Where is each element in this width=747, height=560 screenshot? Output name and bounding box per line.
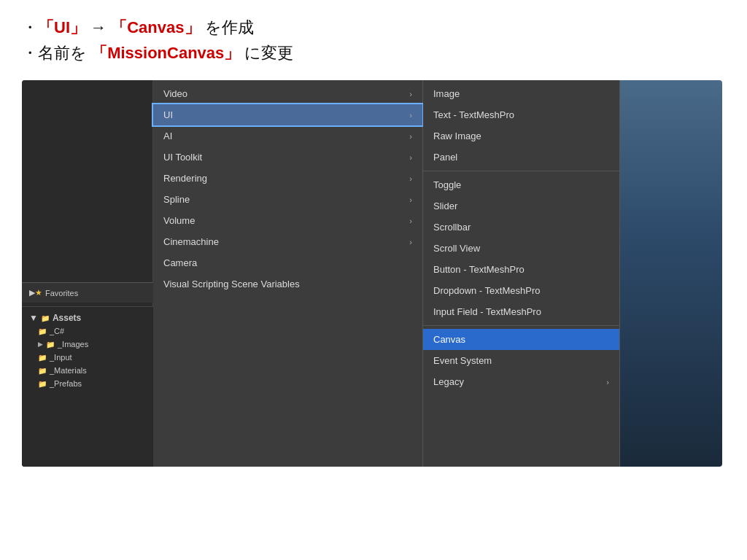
menu-item-camera[interactable]: Camera: [153, 252, 422, 273]
arrow-images: ▶: [38, 341, 43, 348]
instructions-block: ・「UI」 → 「Canvas」 を作成 ・名前を 「MissionCanvas…: [22, 15, 725, 66]
menu-item-dropdown-mesh[interactable]: Dropdown - TextMeshPro: [423, 280, 619, 301]
arrow-volume: ›: [409, 217, 412, 225]
assets-tree-panel: ▼ 📁 Assets 📁 _C# ▶ 📁 _Images 📁 _Input: [22, 306, 153, 467]
menu-item-ai[interactable]: AI ›: [153, 125, 422, 147]
arrow-rendering: ›: [409, 174, 412, 183]
instruction-line-2: ・名前を 「MissionCanvas」 に変更: [22, 40, 725, 66]
triangle-icon: ▼: [29, 313, 38, 323]
menu-item-ui[interactable]: UI ›: [153, 104, 422, 125]
divider-2: [423, 325, 619, 326]
folder-input[interactable]: 📁 _Input: [26, 351, 149, 364]
highlight-ui: 「UI」: [38, 18, 86, 36]
menu-item-image[interactable]: Image: [423, 83, 619, 104]
arrow-video: ›: [409, 90, 412, 98]
menu-item-legacy[interactable]: Legacy ›: [423, 371, 619, 392]
left-panel: ▼ 📁 Assets 📁 _C# ▶ 📁 _Images 📁 _Input: [22, 80, 153, 467]
menu-item-text-mesh[interactable]: Text - TextMeshPro: [423, 104, 619, 125]
menu-item-video[interactable]: Video ›: [153, 83, 422, 104]
menu-item-canvas[interactable]: Canvas: [423, 329, 619, 350]
instruction-line-1: ・「UI」 → 「Canvas」 を作成: [22, 15, 725, 40]
menu-item-visual-scripting[interactable]: Visual Scripting Scene Variables: [153, 273, 422, 295]
assets-label: Assets: [53, 313, 81, 323]
menu-item-input-field-mesh[interactable]: Input Field - TextMeshPro: [423, 301, 619, 322]
menu-item-panel[interactable]: Panel: [423, 147, 619, 168]
folder-icon-input: 📁: [38, 354, 47, 362]
menu-column-2: Image Text - TextMeshPro Raw Image Panel…: [423, 80, 620, 467]
menu-item-slider[interactable]: Slider: [423, 195, 619, 217]
folder-icon-csharp: 📁: [38, 327, 47, 335]
folder-icon-prefabs: 📁: [38, 380, 47, 388]
menu-item-volume[interactable]: Volume ›: [153, 210, 422, 231]
menu-item-scroll-view[interactable]: Scroll View: [423, 238, 619, 259]
menu-item-toggle[interactable]: Toggle: [423, 174, 619, 195]
folder-images[interactable]: ▶ 📁 _Images: [26, 338, 149, 351]
menu-item-spline[interactable]: Spline ›: [153, 189, 422, 210]
menu-item-cinemachine[interactable]: Cinemachine ›: [153, 231, 422, 252]
screenshot-area: ▼ 📁 Assets 📁 _C# ▶ 📁 _Images 📁 _Input: [22, 80, 722, 467]
arrow-cinemachine: ›: [409, 238, 412, 246]
arrow-legacy: ›: [606, 378, 609, 386]
arrow-ui: ›: [409, 111, 412, 120]
folder-icon-images: 📁: [46, 341, 55, 349]
menu-item-rendering[interactable]: Rendering ›: [153, 168, 422, 189]
arrow-ai: ›: [409, 132, 412, 141]
folder-icon-materials: 📁: [38, 367, 47, 375]
assets-folder-icon: 📁: [41, 314, 50, 322]
menu-item-event-system[interactable]: Event System: [423, 350, 619, 371]
assets-header: ▼ 📁 Assets: [26, 311, 149, 324]
favorites-label: Favorites: [45, 289, 78, 298]
menu-column-1: Video › UI › AI › UI Toolkit › Rendering…: [153, 80, 423, 467]
menu-item-ui-toolkit[interactable]: UI Toolkit ›: [153, 147, 422, 168]
folder-materials[interactable]: 📁 _Materials: [26, 364, 149, 377]
menu-item-button-mesh[interactable]: Button - TextMeshPro: [423, 259, 619, 280]
menu-item-scrollbar[interactable]: Scrollbar: [423, 217, 619, 238]
arrow-ui-toolkit: ›: [409, 153, 412, 162]
star-icon: ★: [35, 288, 42, 298]
divider-1: [423, 171, 619, 171]
triangle-favorites: ▶: [29, 288, 35, 298]
folder-csharp[interactable]: 📁 _C#: [26, 324, 149, 338]
highlight-mission-canvas: 「MissionCanvas」: [91, 44, 240, 62]
arrow-spline: ›: [409, 195, 412, 204]
folder-prefabs[interactable]: 📁 _Prefabs: [26, 377, 149, 390]
menu-item-raw-image[interactable]: Raw Image: [423, 125, 619, 147]
highlight-canvas: 「Canvas」: [111, 18, 200, 36]
page-container: ・「UI」 → 「Canvas」 を作成 ・名前を 「MissionCanvas…: [0, 0, 747, 560]
